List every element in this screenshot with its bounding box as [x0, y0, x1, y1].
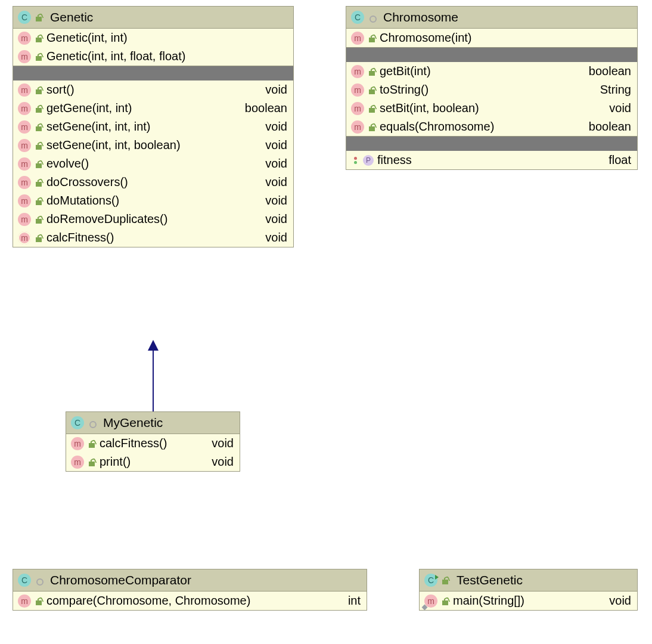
class-chromosome[interactable]: C Chromosome m Chromosome(int) mgetBit(i… — [346, 6, 638, 170]
public-icon — [35, 13, 43, 21]
method-row[interactable]: mdoRemoveDuplicates()void — [13, 210, 293, 228]
method-icon: m — [18, 102, 31, 115]
package-private-icon — [88, 419, 96, 427]
method-icon: m — [18, 194, 31, 208]
abstract-method-icon: m — [18, 231, 31, 244]
class-header: C ChromosomeComparator — [13, 569, 367, 592]
method-row[interactable]: mgetBit(int)boolean — [346, 62, 637, 80]
return-type: void — [259, 212, 287, 226]
field-row[interactable]: P fitness float — [346, 151, 637, 169]
constructor-row[interactable]: m Genetic(int, int) — [13, 29, 293, 47]
class-mygenetic[interactable]: C MyGenetic mcalcFitness()void mprint()v… — [66, 411, 240, 472]
public-icon — [35, 215, 43, 224]
public-icon — [35, 197, 43, 205]
member-signature: print() — [100, 455, 202, 469]
class-header: C MyGenetic — [66, 412, 240, 434]
public-icon — [88, 439, 96, 448]
member-signature: main(String[]) — [453, 594, 600, 608]
class-name-label: Genetic — [46, 10, 93, 24]
member-signature: doMutations() — [46, 194, 256, 208]
public-icon — [368, 104, 376, 113]
method-icon: m — [18, 213, 31, 226]
class-header: C Chromosome — [346, 7, 637, 29]
constructor-row[interactable]: m Genetic(int, int, float, float) — [13, 47, 293, 66]
method-icon: m — [18, 120, 31, 134]
return-type: void — [259, 157, 287, 171]
method-icon: m — [351, 32, 364, 45]
method-row[interactable]: mdoCrossovers()void — [13, 173, 293, 191]
member-signature: calcFitness() — [100, 436, 202, 450]
class-chromosomecomparator[interactable]: C ChromosomeComparator mcompare(Chromoso… — [13, 569, 367, 611]
method-row[interactable]: mcompare(Chromosome, Chromosome)int — [13, 592, 367, 610]
return-type: int — [342, 594, 361, 608]
method-row[interactable]: mequals(Chromosome)boolean — [346, 117, 637, 136]
section-divider — [346, 48, 637, 62]
class-name-label: Chromosome — [380, 10, 458, 24]
return-type: boolean — [239, 101, 287, 115]
method-row[interactable]: mgetGene(int, int)boolean — [13, 99, 293, 117]
member-signature: setGene(int, int, boolean) — [46, 138, 256, 152]
class-testgenetic[interactable]: C TestGenetic mmain(String[])void — [419, 569, 638, 611]
class-icon: C — [351, 11, 364, 24]
package-private-icon — [35, 576, 43, 584]
class-icon: C — [18, 11, 31, 24]
method-icon: m — [18, 139, 31, 152]
method-row[interactable]: mprint()void — [66, 453, 240, 471]
method-icon: m — [71, 456, 84, 469]
member-signature: Genetic(int, int) — [46, 31, 287, 45]
member-signature: doRemoveDuplicates() — [46, 212, 256, 226]
member-signature: setGene(int, int, int) — [46, 120, 256, 134]
package-private-icon — [368, 13, 376, 21]
methods-section: mgetBit(int)boolean mtoString()String ms… — [346, 62, 637, 137]
return-type: void — [259, 194, 287, 208]
method-icon: m — [18, 50, 31, 63]
public-icon — [35, 52, 43, 61]
return-type: void — [259, 231, 287, 244]
property-icon — [351, 157, 359, 164]
constructors-section: m Genetic(int, int) m Genetic(int, int, … — [13, 29, 293, 66]
static-method-icon: m — [424, 595, 437, 608]
public-icon — [88, 458, 96, 466]
class-genetic[interactable]: C Genetic m Genetic(int, int) m Genetic(… — [13, 6, 294, 247]
method-icon: m — [18, 157, 31, 171]
method-row[interactable]: mdoMutations()void — [13, 191, 293, 210]
method-row[interactable]: mcalcFitness()void — [13, 228, 293, 247]
return-type: void — [603, 101, 631, 115]
method-row[interactable]: mtoString()String — [346, 80, 637, 99]
method-icon: m — [18, 32, 31, 45]
class-name-label: MyGenetic — [100, 416, 163, 430]
constructor-row[interactable]: m Chromosome(int) — [346, 29, 637, 47]
constructors-section: m Chromosome(int) — [346, 29, 637, 48]
public-icon — [368, 34, 376, 42]
method-row[interactable]: mmain(String[])void — [420, 592, 637, 610]
member-signature: doCrossovers() — [46, 175, 256, 189]
public-icon — [441, 597, 449, 605]
return-type: void — [206, 455, 234, 469]
member-signature: calcFitness() — [46, 231, 256, 244]
method-row[interactable]: msetGene(int, int, int)void — [13, 117, 293, 136]
public-icon — [35, 160, 43, 168]
method-row[interactable]: mevolve()void — [13, 154, 293, 173]
class-icon: C — [18, 574, 31, 587]
return-type: void — [259, 175, 287, 189]
member-signature: evolve() — [46, 157, 256, 171]
class-name-label: ChromosomeComparator — [46, 573, 191, 587]
public-icon — [35, 141, 43, 150]
public-icon — [35, 178, 43, 187]
public-icon — [368, 86, 376, 94]
member-signature: getGene(int, int) — [46, 101, 235, 115]
section-divider — [13, 66, 293, 80]
methods-section: mcalcFitness()void mprint()void — [66, 434, 240, 471]
public-icon — [35, 234, 43, 242]
method-icon: m — [351, 102, 364, 115]
method-icon: m — [351, 65, 364, 78]
member-signature: fitness — [377, 153, 599, 167]
method-row[interactable]: mcalcFitness()void — [66, 434, 240, 453]
method-row[interactable]: msort()void — [13, 80, 293, 99]
member-signature: sort() — [46, 83, 256, 97]
public-icon — [35, 597, 43, 605]
return-type: void — [603, 594, 631, 608]
inheritance-arrow — [147, 340, 164, 411]
method-row[interactable]: msetBit(int, boolean)void — [346, 99, 637, 117]
method-row[interactable]: msetGene(int, int, boolean)void — [13, 136, 293, 154]
